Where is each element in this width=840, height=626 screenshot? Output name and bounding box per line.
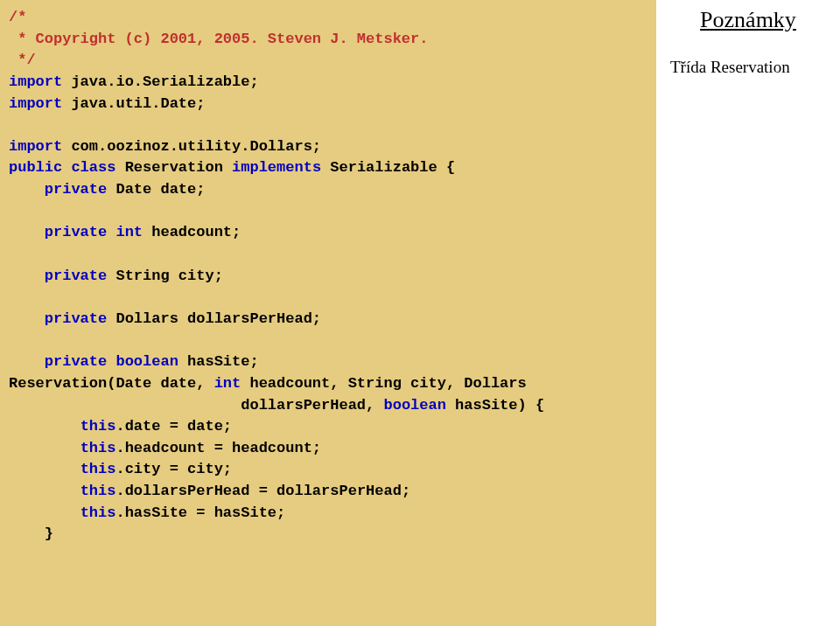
code-text (107, 224, 116, 240)
code-text (9, 440, 80, 456)
keyword-private: private (45, 268, 107, 284)
keyword-this: this (80, 504, 116, 521)
code-text (9, 268, 45, 284)
code-text (9, 461, 80, 477)
code-text: Reservation (116, 159, 232, 176)
code-text: String city; (107, 268, 223, 284)
keyword-int: int (116, 224, 143, 240)
code-text (9, 310, 45, 327)
code-text (107, 353, 116, 370)
code-text (9, 418, 80, 435)
code-text: .hasSite = hasSite; (116, 504, 285, 521)
keyword-int: int (214, 375, 242, 392)
code-text: com.oozinoz.utility.Dollars; (62, 138, 321, 155)
keyword-boolean: boolean (383, 397, 445, 414)
code-text (9, 483, 80, 499)
keyword-public: public (9, 159, 62, 176)
code-text (9, 504, 80, 521)
code-text: .dollarsPerHead = dollarsPerHead; (116, 483, 410, 499)
keyword-this: this (80, 440, 116, 456)
notes-title: Poznámky (667, 7, 830, 33)
code-text: hasSite; (178, 353, 259, 370)
code-text (62, 159, 71, 176)
code-text: .date = date; (116, 418, 232, 435)
notes-panel: Poznámky Třída Reservation (656, 0, 840, 626)
code-text (9, 181, 45, 198)
keyword-class: class (71, 159, 116, 176)
comment-line: * Copyright (c) 2001, 2005. Steven J. Me… (9, 31, 428, 47)
keyword-boolean: boolean (116, 353, 178, 370)
code-text: Date date; (107, 181, 205, 198)
keyword-this: this (80, 461, 116, 477)
keyword-this: this (80, 483, 116, 499)
code-text: Serializable { (321, 159, 455, 176)
keyword-import: import (9, 73, 62, 90)
code-text: .headcount = headcount; (116, 440, 321, 456)
code-block: /* * Copyright (c) 2001, 2005. Steven J.… (9, 7, 648, 546)
code-text: } (9, 525, 53, 542)
code-text: headcount; (143, 224, 241, 240)
keyword-this: this (80, 418, 116, 435)
code-text: Dollars dollarsPerHead; (107, 310, 321, 327)
code-text: headcount, String city, Dollars (241, 375, 526, 392)
keyword-import: import (9, 138, 62, 155)
code-text (9, 353, 45, 370)
code-text: java.io.Serializable; (62, 73, 258, 90)
code-text: java.util.Date; (62, 95, 205, 112)
keyword-import: import (9, 95, 62, 112)
comment-line: */ (9, 52, 36, 68)
code-text: .city = city; (116, 461, 232, 477)
keyword-private: private (45, 353, 107, 370)
notes-text: Třída Reservation (667, 58, 830, 77)
code-text (9, 224, 45, 240)
code-text: hasSite) { (446, 397, 544, 414)
keyword-private: private (45, 224, 107, 240)
code-text: dollarsPerHead, (9, 397, 383, 414)
keyword-private: private (45, 310, 107, 327)
keyword-private: private (45, 181, 107, 198)
code-text: Reservation(Date date, (9, 375, 214, 392)
comment-line: /* (9, 9, 26, 25)
code-panel: /* * Copyright (c) 2001, 2005. Steven J.… (0, 0, 656, 626)
keyword-implements: implements (232, 159, 321, 176)
